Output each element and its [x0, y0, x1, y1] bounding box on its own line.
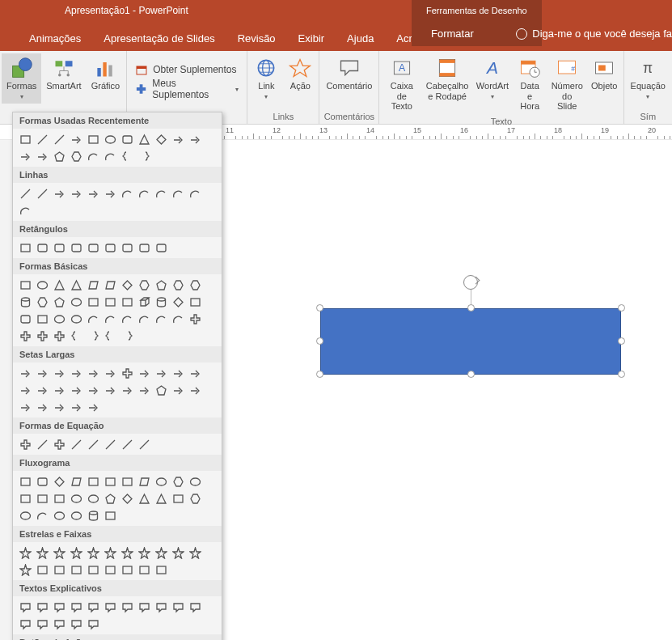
shape-arc-icon[interactable] — [102, 311, 118, 327]
shape-rect-icon[interactable] — [102, 294, 118, 310]
cabecalho-rodape-button[interactable]: Cabeçalho e Rodapé — [422, 53, 472, 104]
shape-arrow-icon[interactable] — [51, 365, 67, 381]
shape-arrow-icon[interactable] — [85, 399, 101, 415]
shape-call-icon[interactable] — [119, 599, 135, 615]
shape-cyl-icon[interactable] — [153, 294, 169, 310]
shape-arc-icon[interactable] — [17, 202, 33, 218]
shape-rrect-icon[interactable] — [136, 239, 152, 256]
shape-rect-icon[interactable] — [85, 131, 101, 147]
shape-brace-icon[interactable] — [119, 328, 135, 344]
shape-call-icon[interactable] — [34, 616, 50, 632]
shape-star-icon[interactable] — [17, 545, 33, 561]
shape-arrow-icon[interactable] — [68, 185, 84, 201]
shape-star-icon[interactable] — [153, 545, 169, 561]
shape-rect-icon[interactable] — [136, 562, 152, 578]
smartart-button[interactable]: SmartArt — [41, 53, 86, 95]
shape-tri-icon[interactable] — [153, 490, 169, 506]
numero-slide-button[interactable]: # Número do Slide — [547, 53, 587, 115]
shape-line-icon[interactable] — [136, 436, 152, 452]
shape-arc-icon[interactable] — [119, 311, 135, 327]
shape-arrow-icon[interactable] — [34, 382, 50, 398]
shape-arrow-icon[interactable] — [17, 365, 33, 381]
shape-arrow-icon[interactable] — [136, 365, 152, 381]
tab-ajuda[interactable]: Ajuda — [336, 26, 385, 51]
shape-arrow-icon[interactable] — [85, 185, 101, 201]
tab-animacoes[interactable]: Animações — [0, 26, 92, 51]
resize-handle-s[interactable] — [467, 371, 475, 378]
caixa-texto-button[interactable]: A Caixa de Texto — [381, 53, 422, 115]
shape-line-icon[interactable] — [34, 185, 50, 201]
shape-arrow-icon[interactable] — [153, 365, 169, 381]
shape-call-icon[interactable] — [170, 599, 186, 615]
shape-rect-icon[interactable] — [17, 490, 33, 506]
shape-star-icon[interactable] — [102, 545, 118, 561]
shape-line-icon[interactable] — [34, 436, 50, 452]
shape-rrect-icon[interactable] — [119, 239, 135, 256]
resize-handle-e[interactable] — [618, 337, 625, 345]
shape-oval-icon[interactable] — [68, 294, 84, 310]
shape-oval-icon[interactable] — [17, 507, 33, 523]
shape-star-icon[interactable] — [136, 545, 152, 561]
shape-hex-icon[interactable] — [68, 148, 84, 164]
shape-arc-icon[interactable] — [170, 311, 186, 327]
shape-arrow-icon[interactable] — [34, 148, 50, 164]
shape-rrect-icon[interactable] — [85, 239, 101, 256]
acao-button[interactable]: Ação — [283, 53, 317, 95]
shape-arrow-icon[interactable] — [17, 399, 33, 415]
shape-call-icon[interactable] — [187, 599, 203, 615]
shape-arc-icon[interactable] — [153, 185, 169, 201]
shape-tri-icon[interactable] — [68, 277, 84, 293]
shape-arrow-icon[interactable] — [136, 382, 152, 398]
shape-arrow-icon[interactable] — [102, 382, 118, 398]
tab-apresentacao-slides[interactable]: Apresentação de Slides — [92, 26, 226, 51]
shape-diam-icon[interactable] — [153, 131, 169, 147]
shape-para-icon[interactable] — [85, 277, 101, 293]
shape-call-icon[interactable] — [102, 599, 118, 615]
shape-arrow-icon[interactable] — [51, 399, 67, 415]
shape-arrow-icon[interactable] — [119, 382, 135, 398]
shape-cube-icon[interactable] — [136, 294, 152, 310]
shape-curly-icon[interactable] — [102, 328, 118, 344]
shape-arrow-icon[interactable] — [187, 365, 203, 381]
shape-call-icon[interactable] — [85, 616, 101, 632]
shape-star-icon[interactable] — [170, 545, 186, 561]
shape-rect-icon[interactable] — [119, 473, 135, 490]
shape-line-icon[interactable] — [17, 185, 33, 201]
shape-rect-icon[interactable] — [17, 473, 33, 490]
shape-arrow-icon[interactable] — [102, 365, 118, 381]
shape-rect-icon[interactable] — [170, 490, 186, 506]
shape-rrect-icon[interactable] — [17, 311, 33, 327]
shape-oval-icon[interactable] — [102, 131, 118, 147]
shape-para-icon[interactable] — [68, 473, 84, 490]
shape-rrect-icon[interactable] — [34, 239, 50, 256]
shape-brace-icon[interactable] — [85, 328, 101, 344]
shape-arrow-icon[interactable] — [187, 131, 203, 147]
grafico-button[interactable]: Gráfico — [87, 53, 125, 95]
shape-arrow-icon[interactable] — [17, 382, 33, 398]
shape-line-icon[interactable] — [68, 436, 84, 452]
shape-curly-icon[interactable] — [119, 148, 135, 164]
shape-arc-icon[interactable] — [102, 148, 118, 164]
shape-hex-icon[interactable] — [34, 294, 50, 310]
shape-arrow-icon[interactable] — [68, 382, 84, 398]
shape-rect-icon[interactable] — [17, 277, 33, 293]
shape-arc-icon[interactable] — [187, 185, 203, 201]
shape-rrect-icon[interactable] — [153, 239, 169, 256]
shape-call-icon[interactable] — [17, 616, 33, 632]
shape-arc-icon[interactable] — [170, 185, 186, 201]
shape-line-icon[interactable] — [119, 436, 135, 452]
shape-star-icon[interactable] — [68, 545, 84, 561]
shape-hex-icon[interactable] — [170, 277, 186, 293]
shape-arrow-icon[interactable] — [170, 131, 186, 147]
shape-plus-icon[interactable] — [17, 328, 33, 344]
shape-call-icon[interactable] — [68, 616, 84, 632]
objeto-button[interactable]: Objeto — [587, 53, 622, 95]
shape-call-icon[interactable] — [68, 599, 84, 615]
shape-line-icon[interactable] — [34, 131, 50, 147]
shape-rrect-icon[interactable] — [119, 131, 135, 147]
resize-handle-n[interactable] — [467, 304, 475, 312]
shape-rect-icon[interactable] — [85, 473, 101, 490]
shape-para-icon[interactable] — [136, 473, 152, 490]
formas-button[interactable]: Formas ▾ — [2, 53, 41, 104]
shape-rect-icon[interactable] — [119, 294, 135, 310]
